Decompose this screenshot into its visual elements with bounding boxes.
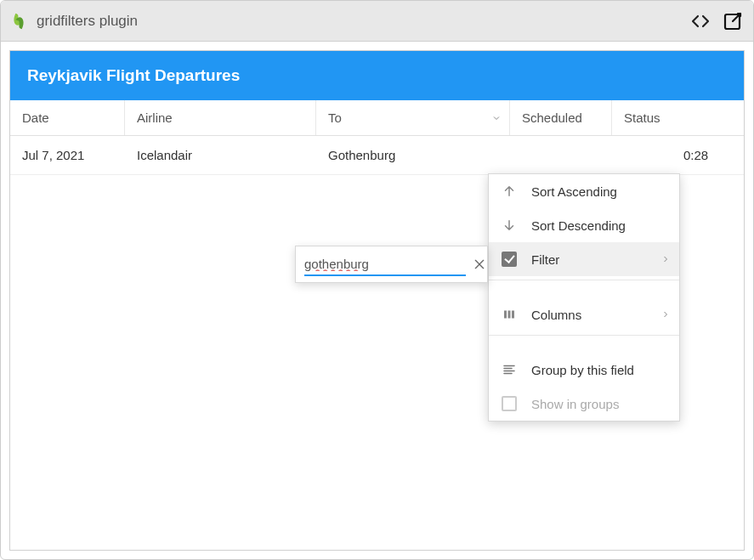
cell-airline: Icelandair — [125, 136, 316, 174]
column-header-to[interactable]: To — [316, 100, 510, 135]
column-label: Scheduled — [522, 110, 582, 125]
column-context-menu: Sort Ascending Sort Descending Filter — [488, 173, 680, 421]
svg-rect-3 — [512, 311, 514, 319]
checkbox-unchecked-icon — [502, 396, 517, 411]
code-icon[interactable] — [690, 11, 711, 31]
checkbox-checked-icon — [502, 252, 517, 267]
chevron-down-icon — [491, 113, 502, 123]
close-icon — [473, 257, 486, 271]
column-label: Date — [22, 110, 49, 125]
menu-columns[interactable]: Columns — [489, 297, 679, 331]
menu-filter[interactable]: Filter — [489, 242, 679, 276]
column-header-status[interactable]: Status — [612, 100, 744, 135]
open-external-icon[interactable] — [723, 11, 743, 31]
menu-label: Group by this field — [531, 363, 634, 377]
menu-separator — [489, 335, 679, 336]
chevron-right-icon — [660, 309, 671, 320]
menu-separator — [489, 280, 679, 280]
cell-scheduled — [510, 136, 612, 174]
titlebar: gridfilters plugin — [1, 1, 753, 42]
cell-date: Jul 7, 2021 — [10, 136, 125, 174]
titlebar-actions — [690, 11, 743, 31]
sencha-logo-icon — [9, 12, 28, 31]
column-label: Airline — [137, 110, 173, 125]
filter-checkbox[interactable] — [501, 251, 518, 268]
column-menu-trigger[interactable] — [489, 110, 504, 126]
filter-text-input[interactable] — [304, 253, 466, 276]
menu-sort-ascending[interactable]: Sort Ascending — [489, 174, 679, 208]
arrow-up-icon — [501, 183, 518, 200]
filter-text-flyout — [295, 246, 488, 283]
menu-sort-descending[interactable]: Sort Descending — [489, 208, 679, 242]
panel-title: Reykjavik Flight Departures — [10, 51, 744, 100]
app-window: gridfilters plugin Reykjavik Flight Depa… — [0, 0, 754, 560]
titlebar-title: gridfilters plugin — [37, 13, 690, 30]
main-area: Reykjavik Flight Departures Date Airline… — [1, 42, 753, 559]
menu-gap — [489, 339, 679, 353]
menu-show-in-groups: Show in groups — [489, 387, 679, 421]
table-row[interactable]: Jul 7, 2021 Icelandair Gothenburg 0:28 — [10, 136, 744, 175]
grid-body: Jul 7, 2021 Icelandair Gothenburg 0:28 — [10, 136, 744, 175]
column-header-airline[interactable]: Airline — [125, 100, 316, 135]
svg-rect-1 — [504, 311, 507, 319]
column-label: Status — [624, 110, 660, 125]
menu-label: Columns — [531, 308, 581, 322]
cell-status: 0:28 — [612, 136, 744, 174]
menu-label: Sort Ascending — [531, 184, 617, 199]
menu-group-by-field[interactable]: Group by this field — [489, 353, 679, 387]
clear-filter-button[interactable] — [473, 256, 486, 273]
grid-header-row: Date Airline To Scheduled Status — [10, 100, 744, 136]
chevron-right-icon — [660, 254, 671, 264]
column-header-scheduled[interactable]: Scheduled — [510, 100, 612, 135]
column-header-date[interactable]: Date — [10, 100, 125, 135]
menu-label: Show in groups — [531, 397, 619, 411]
menu-label: Sort Descending — [531, 218, 626, 233]
svg-rect-2 — [508, 311, 511, 319]
column-label: To — [328, 110, 342, 125]
group-icon — [501, 361, 518, 378]
cell-to: Gothenburg — [316, 136, 510, 174]
columns-icon — [501, 306, 518, 323]
menu-label: Filter — [531, 252, 559, 267]
show-in-groups-checkbox — [501, 395, 518, 412]
arrow-down-icon — [501, 217, 518, 234]
menu-gap — [489, 284, 679, 297]
